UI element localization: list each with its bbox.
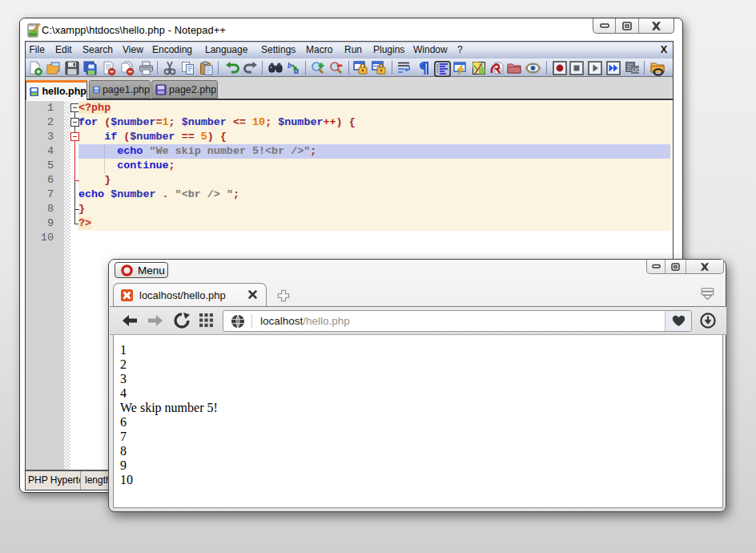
svg-text:UC: UC bbox=[633, 67, 641, 73]
svg-text:b: b bbox=[288, 61, 292, 70]
